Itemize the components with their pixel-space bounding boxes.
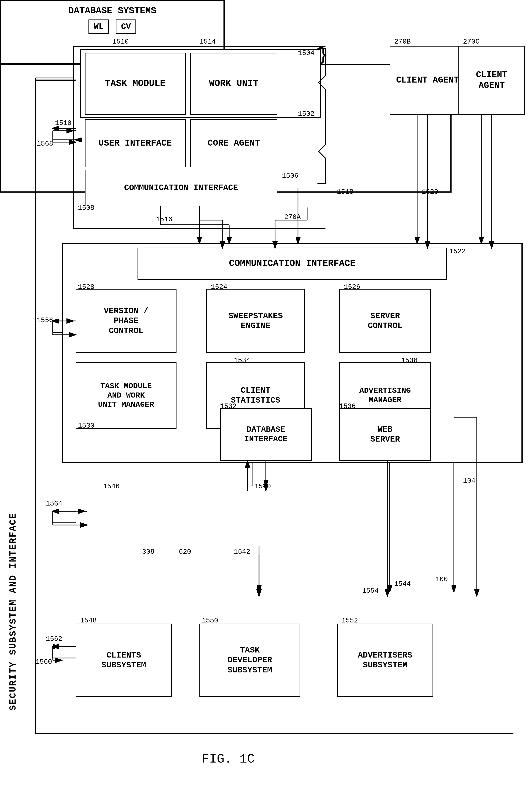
task-module-box: TASK MODULE — [85, 53, 186, 115]
ref-1522: 1522 — [449, 248, 466, 255]
ref-1556: 1556 — [37, 316, 53, 324]
ref-1528: 1528 — [78, 283, 95, 291]
diagram: } TASK MODULE WORK UNIT USER INTERFACE C… — [0, 0, 532, 785]
ref-1516: 1516 — [156, 216, 172, 223]
web-server-box: WEBSERVER — [339, 408, 431, 461]
task-developer-box: TASKDEVELOPERSUBSYSTEM — [199, 624, 300, 697]
ref-1518: 1518 — [337, 188, 353, 196]
ref-1560: 1560 — [35, 658, 52, 666]
ref-1508: 1508 — [78, 204, 95, 212]
clients-subsystem-box: CLIENTSSUBSYSTEM — [76, 624, 172, 697]
ref-270C: 270C — [463, 38, 480, 46]
ref-1504: 1504 — [298, 49, 314, 57]
ref-1502: 1502 — [298, 110, 314, 118]
ref-1564: 1564 — [46, 500, 62, 508]
client-agent-270B-box: CLIENT AGENT — [390, 46, 465, 115]
ref-1510: 1510 — [55, 119, 72, 127]
ref-1552: 1552 — [341, 617, 358, 625]
ref-1524: 1524 — [211, 283, 227, 291]
figure-label: FIG. 1C — [202, 752, 255, 766]
ref-308: 308 — [142, 548, 154, 556]
version-phase-box: VERSION /PHASECONTROL — [76, 289, 177, 353]
ref-1546: 1546 — [103, 483, 120, 490]
client-agent-270C-box: CLIENT AGENT — [458, 46, 525, 115]
ref-1538: 1538 — [401, 356, 417, 364]
ref-1562: 1562 — [46, 635, 62, 643]
comm-interface-top-box: COMMUNICATION INTERFACE — [85, 170, 277, 206]
ref-100: 100 — [435, 576, 448, 583]
user-interface-box: USER INTERFACE — [85, 119, 186, 167]
ref-1530: 1530 — [78, 422, 95, 430]
ref-270A: 270A — [284, 213, 301, 221]
comm-interface-server-box: COMMUNICATION INTERFACE — [137, 248, 447, 280]
database-interface-box: DATABASEINTERFACE — [220, 408, 312, 461]
work-unit-box: WORK UNIT — [190, 53, 277, 115]
ref-1512: 1510 — [112, 38, 129, 46]
ref-1550: 1550 — [202, 617, 218, 625]
ref-1544: 1544 — [394, 580, 411, 588]
ref-1568: 1568 — [37, 140, 53, 148]
ref-1534: 1534 — [234, 356, 250, 364]
task-module-manager-box: TASK MODULEAND WORKUNIT MANAGER — [76, 362, 177, 429]
ref-1548: 1548 — [80, 617, 97, 625]
ref-1540: 1540 — [254, 483, 271, 490]
ref-1526: 1526 — [344, 283, 360, 291]
ref-1554: 1554 — [362, 587, 379, 595]
sweepstakes-engine-box: SWEEPSTAKESENGINE — [206, 289, 305, 353]
core-agent-box: CORE AGENT — [190, 119, 277, 167]
server-control-box: SERVERCONTROL — [339, 289, 431, 353]
ref-1506: 1506 — [282, 172, 299, 180]
ref-270B: 270B — [394, 38, 411, 46]
ref-104: 104 — [463, 477, 475, 485]
ref-1532-label: 1532 — [220, 402, 236, 410]
ref-1514: 1514 — [199, 38, 216, 46]
ref-1542: 1542 — [234, 548, 250, 556]
security-subsystem-label: SECURITY SUBSYSTEM AND INTERFACE — [8, 92, 18, 711]
ref-620: 620 — [179, 548, 191, 556]
ref-1520: 1520 — [422, 188, 438, 196]
advertisers-subsystem-box: ADVERTISERSSUBSYSTEM — [337, 624, 433, 697]
